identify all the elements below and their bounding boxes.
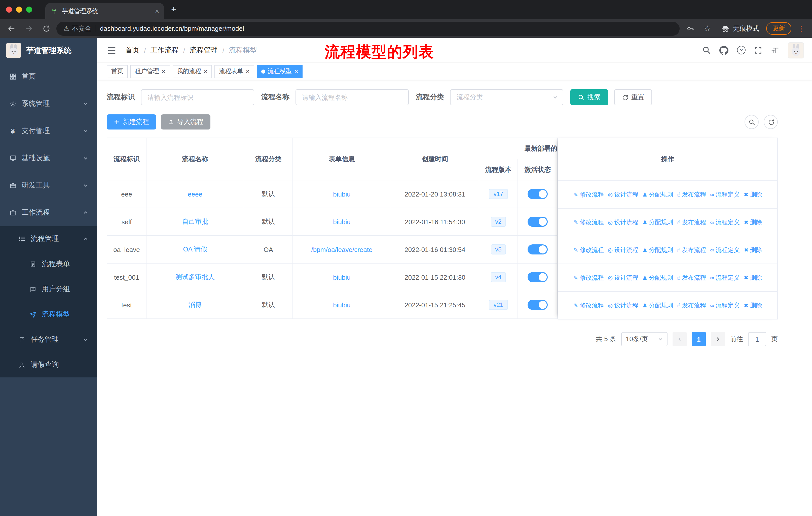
sidebar-item-home[interactable]: 首页 bbox=[0, 63, 97, 90]
page-size-select[interactable]: 10条/页 bbox=[621, 332, 668, 346]
process-definition-action[interactable]: ∞流程定义 bbox=[710, 273, 740, 282]
design-process-action[interactable]: ◎设计流程 bbox=[608, 190, 638, 199]
tab-close-icon[interactable]: × bbox=[155, 7, 159, 15]
breadcrumb-home[interactable]: 首页 bbox=[125, 46, 140, 55]
process-name-link[interactable]: 滔博 bbox=[146, 291, 244, 319]
form-info-link[interactable]: biubiu bbox=[293, 181, 391, 208]
active-toggle[interactable] bbox=[528, 217, 548, 227]
sidebar-item-system[interactable]: 系统管理 bbox=[0, 90, 97, 117]
sidebar-item-payment[interactable]: ¥ 支付管理 bbox=[0, 117, 97, 145]
reset-button[interactable]: 重置 bbox=[614, 89, 652, 105]
user-avatar[interactable] bbox=[788, 42, 804, 58]
incognito-profile-chip[interactable]: 无痕模式 bbox=[718, 24, 762, 33]
form-info-link[interactable]: /bpm/oa/leave/create bbox=[293, 236, 391, 264]
hamburger-icon[interactable] bbox=[105, 44, 118, 56]
design-process-action[interactable]: ◎设计流程 bbox=[608, 246, 638, 254]
browser-tab[interactable]: 芋道管理系统 × bbox=[45, 3, 164, 19]
deploy-process-action[interactable]: ☝发布流程 bbox=[677, 301, 706, 310]
help-icon[interactable]: ? bbox=[737, 46, 746, 54]
deploy-process-action[interactable]: ☝发布流程 bbox=[677, 190, 706, 199]
forward-icon[interactable] bbox=[22, 22, 35, 35]
process-name-link[interactable]: eeee bbox=[146, 181, 244, 208]
refresh-table-button[interactable] bbox=[764, 115, 778, 129]
delete-action[interactable]: ✖删除 bbox=[744, 246, 762, 254]
url-text[interactable]: dashboard.yudao.iocoder.cn/bpm/manager/m… bbox=[100, 25, 244, 32]
fullscreen-icon[interactable] bbox=[754, 46, 762, 54]
back-icon[interactable] bbox=[5, 22, 18, 35]
goto-page-input[interactable] bbox=[748, 332, 766, 346]
assign-rule-action[interactable]: ♟分配规则 bbox=[642, 218, 673, 226]
edit-process-action[interactable]: ✎修改流程 bbox=[574, 190, 604, 199]
name-filter-input[interactable] bbox=[295, 89, 409, 105]
sidebar-item-devtools[interactable]: 研发工具 bbox=[0, 172, 97, 199]
tag-tenant[interactable]: 租户管理 × bbox=[130, 65, 170, 78]
deploy-process-action[interactable]: ☝发布流程 bbox=[677, 246, 706, 254]
close-icon[interactable]: × bbox=[246, 67, 250, 75]
tag-home[interactable]: 首页 bbox=[107, 65, 128, 78]
sidebar-item-workflow[interactable]: 工作流程 bbox=[0, 199, 97, 226]
process-definition-action[interactable]: ∞流程定义 bbox=[710, 218, 740, 226]
minimize-window-button[interactable] bbox=[16, 6, 22, 12]
sidebar-item-process-form[interactable]: 流程表单 bbox=[0, 251, 97, 277]
sidebar-item-process-management[interactable]: 流程管理 bbox=[0, 226, 97, 251]
tag-process-model[interactable]: 流程模型 × bbox=[257, 65, 303, 78]
update-button[interactable]: 更新 bbox=[766, 22, 791, 35]
sidebar-item-infrastructure[interactable]: 基础设施 bbox=[0, 145, 97, 172]
import-process-button[interactable]: 导入流程 bbox=[161, 114, 210, 130]
assign-rule-action[interactable]: ♟分配规则 bbox=[642, 273, 673, 282]
search-icon[interactable] bbox=[702, 46, 711, 54]
category-select[interactable]: 流程分类 bbox=[450, 89, 563, 105]
active-toggle[interactable] bbox=[528, 272, 548, 282]
edit-process-action[interactable]: ✎修改流程 bbox=[574, 273, 604, 282]
process-definition-action[interactable]: ∞流程定义 bbox=[710, 190, 740, 199]
reload-icon[interactable] bbox=[39, 22, 52, 35]
process-name-link[interactable]: OA 请假 bbox=[146, 236, 244, 264]
security-warning[interactable]: ⚠ 不安全 bbox=[63, 24, 91, 33]
search-button[interactable]: 搜索 bbox=[570, 89, 608, 105]
breadcrumb-process-management[interactable]: 流程管理 bbox=[190, 46, 218, 55]
show-search-button[interactable] bbox=[745, 115, 759, 129]
deploy-process-action[interactable]: ☝发布流程 bbox=[677, 218, 706, 226]
active-toggle[interactable] bbox=[528, 300, 548, 310]
assign-rule-action[interactable]: ♟分配规则 bbox=[642, 301, 673, 310]
assign-rule-action[interactable]: ♟分配规则 bbox=[642, 246, 673, 254]
password-key-icon[interactable] bbox=[684, 22, 697, 35]
new-tab-button[interactable]: + bbox=[171, 4, 176, 15]
close-icon[interactable]: × bbox=[294, 67, 298, 75]
font-size-icon[interactable] bbox=[771, 46, 779, 54]
create-process-button[interactable]: 新建流程 bbox=[107, 114, 156, 130]
active-toggle[interactable] bbox=[528, 244, 548, 254]
sidebar-logo[interactable]: 芋道管理系统 bbox=[0, 38, 97, 63]
browser-menu-icon[interactable]: ⋮ bbox=[795, 24, 807, 33]
prev-page-button[interactable] bbox=[672, 332, 687, 346]
sidebar-item-user-group[interactable]: 用户分组 bbox=[0, 277, 97, 302]
sidebar-item-process-model[interactable]: 流程模型 bbox=[0, 302, 97, 327]
edit-process-action[interactable]: ✎修改流程 bbox=[574, 301, 604, 310]
breadcrumb-workflow[interactable]: 工作流程 bbox=[150, 46, 179, 55]
edit-process-action[interactable]: ✎修改流程 bbox=[574, 246, 604, 254]
process-definition-action[interactable]: ∞流程定义 bbox=[710, 301, 740, 310]
process-name-link[interactable]: 自己审批 bbox=[146, 208, 244, 236]
tag-my-process[interactable]: 我的流程 × bbox=[172, 65, 212, 78]
process-name-link[interactable]: 测试多审批人 bbox=[146, 264, 244, 291]
delete-action[interactable]: ✖删除 bbox=[744, 301, 762, 310]
design-process-action[interactable]: ◎设计流程 bbox=[608, 301, 638, 310]
current-page-button[interactable]: 1 bbox=[692, 332, 706, 346]
address-bar[interactable]: ⚠ 不安全 dashboard.yudao.iocoder.cn/bpm/man… bbox=[56, 21, 679, 35]
form-info-link[interactable]: biubiu bbox=[293, 208, 391, 236]
sidebar-item-leave-query[interactable]: 请假查询 bbox=[0, 352, 97, 377]
delete-action[interactable]: ✖删除 bbox=[744, 190, 762, 199]
github-icon[interactable] bbox=[719, 46, 728, 55]
assign-rule-action[interactable]: ♟分配规则 bbox=[642, 190, 673, 199]
key-filter-input[interactable] bbox=[141, 89, 254, 105]
edit-process-action[interactable]: ✎修改流程 bbox=[574, 218, 604, 226]
delete-action[interactable]: ✖删除 bbox=[744, 273, 762, 282]
close-icon[interactable]: × bbox=[204, 67, 207, 75]
close-window-button[interactable] bbox=[6, 6, 12, 12]
zoom-window-button[interactable] bbox=[26, 6, 32, 12]
design-process-action[interactable]: ◎设计流程 bbox=[608, 218, 638, 226]
close-icon[interactable]: × bbox=[162, 67, 165, 75]
sidebar-item-task-management[interactable]: 任务管理 bbox=[0, 327, 97, 352]
deploy-process-action[interactable]: ☝发布流程 bbox=[677, 273, 706, 282]
process-definition-action[interactable]: ∞流程定义 bbox=[710, 246, 740, 254]
